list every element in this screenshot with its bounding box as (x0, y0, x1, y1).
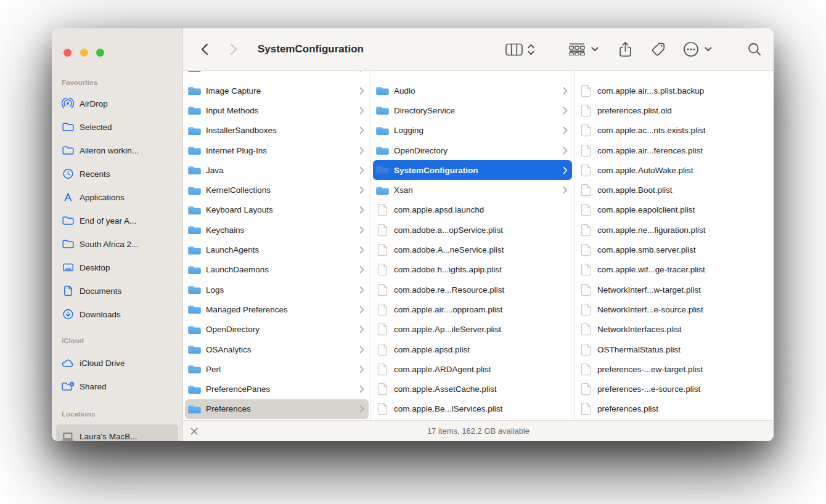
close-button[interactable] (63, 49, 72, 57)
chevron-right-icon (359, 246, 364, 254)
folder-row[interactable] (185, 71, 369, 78)
folder-icon (187, 364, 202, 375)
file-row[interactable]: preferences-...ew-target.plist (576, 359, 772, 379)
file-row[interactable]: NetworkInterf...e-source.plist (576, 299, 772, 319)
zoom-button[interactable] (96, 49, 104, 57)
sidebar-item-documents[interactable]: Documents (56, 279, 178, 303)
chevron-right-icon (359, 346, 364, 354)
file-row[interactable]: com.apple.eapolclient.plist (576, 200, 772, 220)
folder-row[interactable]: LaunchAgents (185, 240, 369, 259)
folder-row[interactable]: InstallerSandboxes (185, 121, 369, 140)
file-row[interactable]: com.apple.ne...figuration.plist (576, 220, 772, 240)
share-icon[interactable] (618, 41, 632, 58)
item-name: Logs (206, 285, 356, 295)
group-by-icon[interactable] (568, 43, 586, 55)
column-view-icon[interactable] (505, 43, 523, 56)
folder-row[interactable]: Managed Preferences (185, 299, 369, 319)
sidebar-item-south-africa-2[interactable]: South Africa 2... (56, 232, 178, 256)
folder-row[interactable]: LaunchDaemons (185, 260, 369, 280)
file-icon (578, 323, 593, 336)
folder-row[interactable]: Logging (373, 121, 572, 140)
view-arrows-icon[interactable] (527, 43, 535, 56)
file-row[interactable]: NetworkInterfaces.plist (576, 320, 772, 339)
folder-row[interactable]: Keychains (185, 220, 369, 240)
folder-row[interactable]: Internet Plug-Ins (185, 140, 369, 160)
sidebar-item-airdrop[interactable]: AirDrop (56, 92, 178, 115)
file-row[interactable]: com.apple.AssetCache.plist (373, 379, 572, 399)
file-row[interactable]: preferences.plist (576, 399, 772, 419)
chevron-right-icon (359, 87, 364, 95)
search-icon[interactable] (748, 43, 761, 56)
file-icon (375, 203, 390, 216)
file-row[interactable]: com.apple.air...s.plist.backup (576, 81, 772, 100)
folder-row[interactable]: OpenDirectory (185, 320, 369, 339)
folder-row[interactable]: Java (185, 160, 369, 180)
sidebar-item-desktop[interactable]: Desktop (56, 256, 178, 279)
folder-row[interactable]: Preferences (185, 399, 369, 419)
sidebar-item-aileron-workin[interactable]: Aileron workin... (56, 139, 178, 162)
file-icon (578, 164, 593, 177)
sidebar-item-applications[interactable]: Applications (56, 185, 178, 209)
file-row[interactable]: com.apple.smb.server.plist (576, 240, 772, 259)
file-row[interactable]: preferences.plist.old (576, 100, 772, 120)
forward-button[interactable] (226, 40, 242, 59)
folder-icon (187, 85, 202, 96)
file-row[interactable]: com.apple.AutoWake.plist (576, 160, 772, 180)
file-row[interactable]: com.apple.apsd.plist (373, 339, 572, 359)
folder-row[interactable]: Xsan (373, 180, 572, 200)
item-name: com.apple.AssetCache.plist (394, 384, 568, 394)
folder-row[interactable]: Keyboard Layouts (185, 200, 369, 220)
folder-row[interactable]: PreferencePanes (185, 379, 369, 399)
group-chevron-icon[interactable] (591, 47, 599, 52)
more-actions-icon[interactable] (683, 41, 699, 57)
folder-row[interactable]: OSAnalytics (185, 339, 369, 359)
file-row[interactable]: com.adobe.re...Resource.plist (373, 280, 572, 299)
folder-row[interactable]: Image Capture (185, 81, 369, 100)
file-row[interactable]: com.adobe.h...ights.apip.plist (373, 260, 572, 280)
sidebar-item-selected[interactable]: Selected (56, 115, 178, 139)
file-row[interactable]: com.adobe.a...opService.plist (373, 220, 572, 240)
file-icon (375, 263, 390, 276)
file-row[interactable]: com.apple.Ap...ileServer.plist (373, 320, 572, 339)
file-row[interactable]: com.apple.apsd.launchd (373, 200, 572, 220)
tag-icon[interactable] (651, 42, 666, 57)
folder-row[interactable]: Input Methods (185, 100, 369, 120)
folder-icon (375, 185, 390, 196)
sidebar-item-shared[interactable]: Shared (56, 375, 178, 398)
folder-row[interactable]: SystemConfiguration (373, 160, 572, 180)
folder-icon (60, 145, 76, 155)
sidebar-item-recents[interactable]: Recents (56, 162, 178, 185)
file-row[interactable]: com.apple.air....opproam.plist (373, 299, 572, 319)
sidebar-item-end-of-year-a[interactable]: End of year A... (56, 209, 178, 232)
file-row[interactable]: com.apple.Be...lServices.plist (373, 399, 572, 419)
file-row[interactable]: com.apple.ac...nts.exists.plist (576, 121, 772, 140)
folder-icon (187, 71, 202, 73)
file-row[interactable]: com.apple.ARDAgent.plist (373, 359, 572, 379)
folder-row[interactable]: DirectoryService (373, 100, 572, 120)
back-button[interactable] (197, 40, 213, 59)
file-row[interactable]: preferences-...e-source.plist (576, 379, 772, 399)
file-icon (578, 104, 593, 117)
sidebar-item-downloads[interactable]: Downloads (56, 303, 178, 326)
more-chevron-icon[interactable] (705, 47, 712, 52)
item-name: com.apple.AutoWake.plist (597, 166, 767, 175)
file-row[interactable]: com.apple.wif...ge-tracer.plist (576, 260, 772, 280)
file-row[interactable]: com.apple.air...ferences.plist (576, 140, 772, 160)
folder-row[interactable]: KernelCollections (185, 180, 369, 200)
sidebar-item-icloud-drive[interactable]: iCloud Drive (56, 351, 178, 375)
item-name: com.adobe.a...opService.plist (394, 226, 568, 235)
folder-row[interactable]: Audio (373, 81, 572, 100)
folder-row[interactable]: Logs (185, 280, 369, 299)
airdrop-icon (60, 98, 76, 109)
sidebar-item-laura-s-macb[interactable]: Laura’s MacB... (56, 425, 178, 441)
minimize-button[interactable] (80, 49, 88, 57)
item-name: DirectoryService (394, 106, 559, 115)
folder-row[interactable]: Perl (185, 359, 369, 379)
file-row[interactable]: OSThermalStatus.plist (576, 339, 772, 359)
folder-row[interactable]: OpenDirectory (373, 140, 572, 160)
file-row[interactable]: com.adobe.A...neService.plist (373, 240, 572, 259)
xmark-icon[interactable] (190, 421, 198, 441)
item-name: PreferencePanes (206, 384, 356, 394)
file-row[interactable]: com.apple.Boot.plist (576, 180, 772, 200)
file-row[interactable]: NetworkInterf...w-target.plist (576, 280, 772, 299)
